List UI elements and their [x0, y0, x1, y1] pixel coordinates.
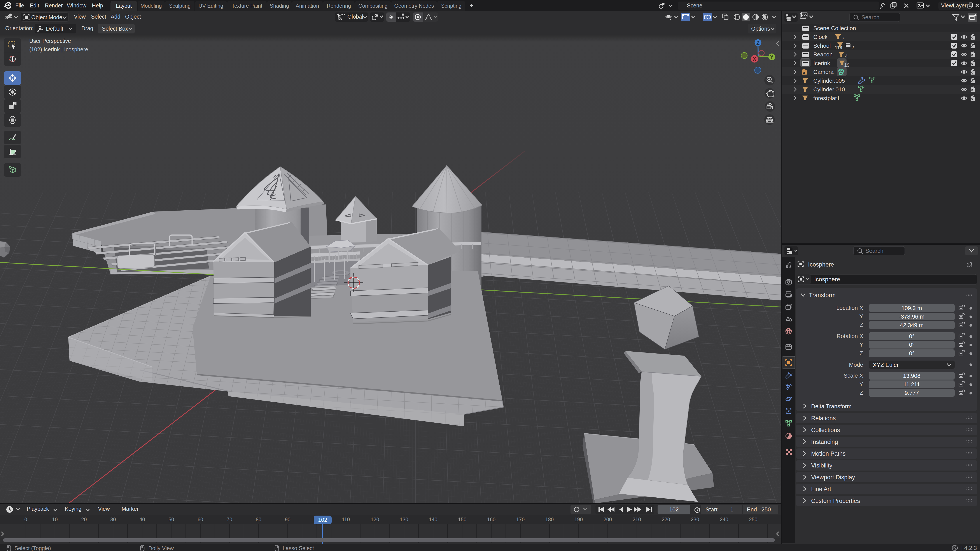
svg-text:Dolly View: Dolly View: [148, 545, 174, 551]
svg-text:X: X: [753, 56, 756, 62]
svg-text:2: 2: [851, 45, 854, 50]
svg-text:(102) Icerink | Icosphere: (102) Icerink | Icosphere: [29, 46, 88, 52]
svg-text:| 4.2.3: | 4.2.3: [961, 545, 977, 551]
svg-text:Icosphere: Icosphere: [814, 276, 840, 283]
svg-text:Motion Paths: Motion Paths: [811, 450, 846, 457]
svg-text:Collections: Collections: [811, 427, 840, 433]
svg-text:11.211: 11.211: [904, 381, 920, 387]
svg-text:Z: Z: [860, 350, 863, 356]
svg-text:40: 40: [139, 517, 145, 522]
svg-text:210: 210: [633, 517, 641, 522]
svg-text:Icerink: Icerink: [813, 60, 830, 67]
svg-text:Y: Y: [859, 381, 863, 387]
svg-text:19: 19: [844, 62, 850, 68]
svg-text:Scale X: Scale X: [843, 372, 863, 379]
svg-text:Cylinder.005: Cylinder.005: [813, 78, 845, 84]
svg-text:Mode: Mode: [849, 361, 863, 368]
svg-text:Transform: Transform: [809, 292, 835, 299]
svg-text:Z: Z: [860, 389, 863, 396]
svg-text:Location X: Location X: [836, 305, 863, 311]
svg-text:School: School: [813, 43, 831, 49]
svg-text:20: 20: [81, 517, 87, 522]
svg-text:User Perspective: User Perspective: [29, 38, 71, 44]
svg-text:Z: Z: [756, 40, 760, 46]
svg-text:-378.96 m: -378.96 m: [899, 313, 924, 320]
svg-text:30: 30: [110, 517, 116, 522]
svg-text:170: 170: [516, 517, 525, 522]
svg-text:Camera: Camera: [813, 69, 834, 75]
svg-text:114: 114: [835, 45, 842, 50]
svg-text:XYZ Euler: XYZ Euler: [873, 362, 899, 368]
svg-text:Delta Transform: Delta Transform: [811, 403, 851, 410]
svg-text:120: 120: [371, 517, 379, 522]
svg-text:Visibility: Visibility: [811, 462, 832, 469]
svg-text:Scene Collection: Scene Collection: [813, 25, 856, 32]
svg-text:Instancing: Instancing: [811, 438, 838, 445]
svg-text:Y: Y: [859, 313, 863, 320]
svg-text:180: 180: [545, 517, 554, 522]
svg-text:240: 240: [720, 517, 728, 522]
svg-text:0: 0: [24, 517, 27, 522]
svg-text:Z: Z: [860, 322, 863, 328]
svg-text:190: 190: [574, 517, 583, 522]
svg-text:70: 70: [227, 517, 232, 522]
svg-text:13.908: 13.908: [903, 373, 921, 379]
svg-text:Viewport Display: Viewport Display: [811, 474, 855, 481]
svg-text:220: 220: [662, 517, 670, 522]
svg-text:Custom Properties: Custom Properties: [811, 498, 860, 504]
svg-text:Icosphere: Icosphere: [808, 261, 834, 268]
svg-text:9.777: 9.777: [905, 390, 919, 396]
svg-text:Rotation X: Rotation X: [837, 333, 863, 339]
svg-text:Cylinder.010: Cylinder.010: [813, 86, 845, 93]
svg-text:7: 7: [842, 36, 845, 41]
svg-text:230: 230: [691, 517, 699, 522]
svg-text:250: 250: [749, 517, 757, 522]
svg-text:Line Art: Line Art: [811, 486, 831, 492]
svg-text:Y: Y: [770, 54, 773, 60]
svg-text:0°: 0°: [909, 350, 915, 357]
svg-text:80: 80: [256, 517, 261, 522]
svg-text:50: 50: [169, 517, 174, 522]
svg-text:Beacon: Beacon: [813, 51, 832, 58]
svg-text:102: 102: [318, 517, 327, 523]
svg-text:140: 140: [429, 517, 437, 522]
svg-text:150: 150: [458, 517, 466, 522]
svg-text:Lasso Select: Lasso Select: [283, 545, 314, 551]
svg-text:Y: Y: [859, 341, 863, 348]
svg-text:Search: Search: [861, 14, 880, 21]
svg-text:109.3 m: 109.3 m: [902, 305, 922, 311]
svg-text:90: 90: [285, 517, 291, 522]
svg-text:0°: 0°: [909, 341, 915, 348]
svg-text:Select (Toggle): Select (Toggle): [14, 545, 51, 551]
svg-text:0°: 0°: [909, 333, 915, 340]
svg-text:10: 10: [52, 517, 58, 522]
svg-text:Relations: Relations: [811, 415, 836, 422]
svg-text:160: 160: [487, 517, 495, 522]
svg-text:110: 110: [342, 517, 350, 522]
svg-text:Search: Search: [865, 248, 883, 254]
svg-text:forestplat1: forestplat1: [813, 95, 840, 102]
svg-text:60: 60: [197, 517, 203, 522]
svg-text:4: 4: [845, 53, 848, 59]
svg-text:200: 200: [603, 517, 612, 522]
svg-text:42.349 m: 42.349 m: [900, 322, 924, 329]
svg-text:Clock: Clock: [813, 34, 828, 40]
svg-text:130: 130: [400, 517, 408, 522]
